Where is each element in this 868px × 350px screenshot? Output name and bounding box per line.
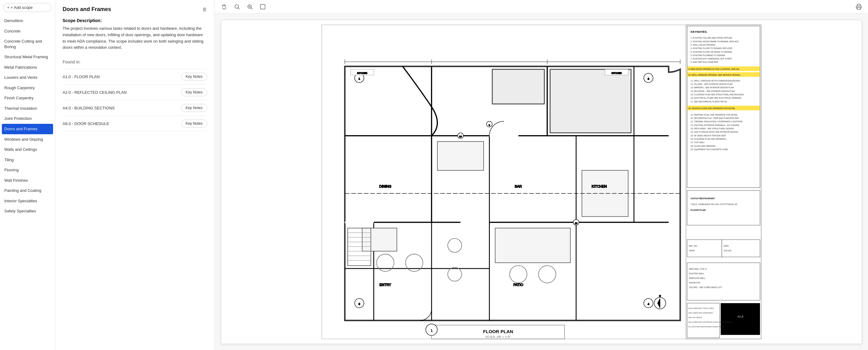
print-icon[interactable] [855,2,863,11]
svg-text:19. PAINTING PLAN, SEE SEPARAT: 19. PAINTING PLAN, SEE SEPARATE FOR DETA… [691,114,738,116]
svg-text:ADA COMPLIANT ENTRANCE DOOR LA: ADA COMPLIANT ENTRANCE DOOR LAVER HANDLE… [688,321,733,323]
svg-text:10/11/23: 10/11/23 [723,249,732,252]
sidebar-item-doors-and-frames[interactable]: Doors and Frames [2,124,53,134]
toolbar-icons [220,2,267,11]
sidebar-item-walls-and-ceilings[interactable]: Walls and Ceilings [0,144,55,155]
svg-rect-49 [721,303,760,335]
floor-plan-svg: KEYNOTES: 1. EXISTING COLORS AND SPRAY A… [221,20,862,344]
svg-text:DEMOLISH WALL: DEMOLISH WALL [689,277,705,279]
key-notes-button-a10[interactable]: Key Notes [181,73,207,81]
main-header: Doors and Frames 🗑 [63,6,207,12]
svg-text:1. EXISTING COLORS AND SPRAY A: 1. EXISTING COLORS AND SPRAY APPLIED [691,37,732,39]
found-item-label-a40: A4.0 - BUILDING SECTIONS [63,106,115,110]
frame-icon[interactable] [258,2,267,11]
svg-text:CATCH RESTAURANT: CATCH RESTAURANT [691,197,715,200]
svg-text:24. USE STORAGE ROOF SEE INTER: 24. USE STORAGE ROOF SEE INTERIOR DESIGN [691,131,738,133]
svg-text:7. EXISTING EXIT DIMENSION, BU: 7. EXISTING EXIT DIMENSION, BUY A PART [691,58,732,60]
svg-text:13. MIRRORS - SEE INTERIOR DES: 13. MIRRORS - SEE INTERIOR DESIGN PLAN [691,86,734,89]
svg-text:FLOOR PLAN: FLOOR PLAN [483,329,513,334]
sidebar-items-list: DemolitionConcreteConcrete Cutting and B… [0,15,55,216]
sidebar-item-tiling[interactable]: Tiling [0,155,55,165]
svg-text:4: 4 [648,302,649,306]
blueprint-image: KEYNOTES: 1. EXISTING COLORS AND SPRAY A… [221,20,862,344]
svg-text:25. 36" BASE HEIGHT FOR ADA SE: 25. 36" BASE HEIGHT FOR ADA SEAT [691,135,726,137]
svg-text:KEYNOTES:: KEYNOTES: [691,30,708,33]
svg-point-0 [235,5,239,8]
svg-text:KITCHEN: KITCHEN [592,184,607,188]
sidebar-item-interior-specialties[interactable]: Interior Specialties [0,196,55,206]
svg-text:9: 9 [489,124,490,127]
svg-text:KITCHEN: KITCHEN [611,72,622,74]
found-item-a10: A1.0 - FLOOR PLANKey Notes [63,69,207,84]
svg-text:ENTRY: ENTRY [379,283,391,286]
svg-text:26. FLOORING PLAN SEE SEPARATE: 26. FLOORING PLAN SEE SEPARATE... [691,138,728,140]
svg-text:10: 10 [459,135,462,138]
svg-text:18. CEILING FLOOR SEE SEPARATE: 18. CEILING FLOOR SEE SEPARATE FOR DETAI… [688,107,735,109]
svg-rect-45 [687,190,760,225]
svg-text:PATIO: PATIO [514,283,523,286]
svg-text:3. INFILL DOOR OPENING: 3. INFILL DOOR OPENING [691,44,715,46]
sidebar-item-windows-and-glazing[interactable]: Windows and Glazing [0,134,55,145]
svg-text:FLOOR PLAN: FLOOR PLAN [691,209,706,211]
svg-text:27. FLAT WALL: 27. FLAT WALL [691,141,705,143]
svg-text:NEW WALL SYM. A: NEW WALL SYM. A [689,268,707,270]
svg-rect-85 [492,69,545,104]
svg-text:EXISTING WALL: EXISTING WALL [689,273,704,275]
blueprint-view: KEYNOTES: 1. EXISTING COLORS AND SPRAY A… [215,14,868,350]
plus-icon: + [7,5,9,10]
sidebar-item-rough-carpentry[interactable]: Rough Carpentry [0,83,55,93]
svg-text:DINING: DINING [379,184,392,188]
hand-tool-icon[interactable] [220,2,228,11]
svg-text:SCALE: 1/8" = 1'-0": SCALE: 1/8" = 1'-0" [486,335,511,338]
svg-text:N: N [659,294,660,297]
svg-line-1 [238,8,240,9]
svg-rect-86 [550,69,631,133]
sidebar-item-joint-protection[interactable]: Joint Protection [0,113,55,124]
svg-text:ALL EXISTING RESTROOMS COMPLY : ALL EXISTING RESTROOMS COMPLY WITH... [688,326,726,328]
key-notes-button-a20[interactable]: Key Notes [181,88,207,96]
sidebar-item-concrete[interactable]: Concrete [0,26,55,36]
svg-text:12. PILLARS - SEE INTERIOR DES: 12. PILLARS - SEE INTERIOR DESIGN PLAN [691,83,733,85]
sidebar-item-finish-carpentry[interactable]: Finish Carpentry [0,93,55,103]
svg-text:ADA COMPLIANT GRAB BARS: ADA COMPLIANT GRAB BARS [688,312,713,314]
svg-text:16. ELECTRICAL PLANS SEE ELECT: 16. ELECTRICAL PLANS SEE ELECTRICAL DRAW… [691,97,741,99]
svg-text:7104 E. CAMELBACK RD #210, SCO: 7104 E. CAMELBACK RD #210, SCOTTSDALE, A… [691,203,737,205]
search-icon[interactable] [232,2,241,11]
delete-icon[interactable]: 🗑 [202,7,207,12]
svg-text:SURVEYOR: SURVEYOR [689,282,700,284]
sidebar-item-structural-metal[interactable]: Structural Metal Framing [0,52,55,62]
sidebar-item-thermal-insulation[interactable]: Thermal Insulation [0,103,55,114]
found-item-label-a10: A1.0 - FLOOR PLAN [63,74,100,79]
key-notes-button-a40[interactable]: Key Notes [181,104,207,112]
sidebar-item-concrete-cutting[interactable]: Concrete Cutting and Boring [0,36,55,52]
svg-text:DATE: DATE [723,245,729,247]
svg-text:4. EXISTING FLOOR TO REMAIN, R: 4. EXISTING FLOOR TO REMAIN, REFLOOR [691,47,732,49]
svg-text:22. EXISTING EXTERIOR SIDEWALK: 22. EXISTING EXTERIOR SIDEWALK - NO CHAN… [691,124,739,126]
svg-text:10. INFILL WINDOW OPENING, SEE: 10. INFILL WINDOW OPENING, SEE SERVICE D… [688,74,742,76]
sidebar-item-safety-specialties[interactable]: Safety Specialties [0,206,55,216]
svg-text:1: 1 [359,77,360,80]
page-title: Doors and Frames [63,6,111,12]
sidebar-item-flooring[interactable]: Flooring [0,165,55,175]
add-scope-button[interactable]: + + Add scope [3,3,52,12]
svg-text:2: 2 [648,77,649,80]
key-notes-button-a60[interactable]: Key Notes [181,119,207,128]
found-item-a20: A2.0 - REFLECTED CEILING PLANKey Notes [63,84,207,100]
found-item-label-a20: A2.0 - REFLECTED CEILING PLAN [63,90,127,95]
zoom-in-icon[interactable] [246,2,254,11]
svg-text:20. DECORATIVE FULL TREE AND P: 20. DECORATIVE FULL TREE AND PLANTERS AR… [691,117,739,119]
svg-text:28. GLASS AND MIRRORS: 28. GLASS AND MIRRORS [691,145,716,147]
svg-text:BAR: BAR [515,184,522,188]
sidebar-item-demolition[interactable]: Demolition [0,15,55,26]
found-item-label-a60: A6.0 - DOOR SCHEDULE [63,121,109,126]
svg-text:REV. NO.: REV. NO. [689,245,698,247]
svg-rect-54 [722,240,760,257]
sidebar-item-painting-and-coating[interactable]: Painting and Coating [0,185,55,196]
sidebar-item-metal-fabrications[interactable]: Metal Fabrications [0,62,55,73]
add-scope-label: + Add scope [11,5,33,10]
svg-text:8. ADA VERTICAL GRAB BAR: 8. ADA VERTICAL GRAB BAR [691,61,718,63]
found-item-a60: A6.0 - DOOR SCHEDULEKey Notes [63,115,207,132]
sidebar-item-wall-finishes[interactable]: Wall Finishes [0,175,55,186]
svg-text:11. INFILL THROUGH NOTCH DIMEN: 11. INFILL THROUGH NOTCH DIMENSIONS/DESI… [691,80,740,82]
sidebar-item-louvers-vents[interactable]: Louvers and Vents [0,72,55,83]
